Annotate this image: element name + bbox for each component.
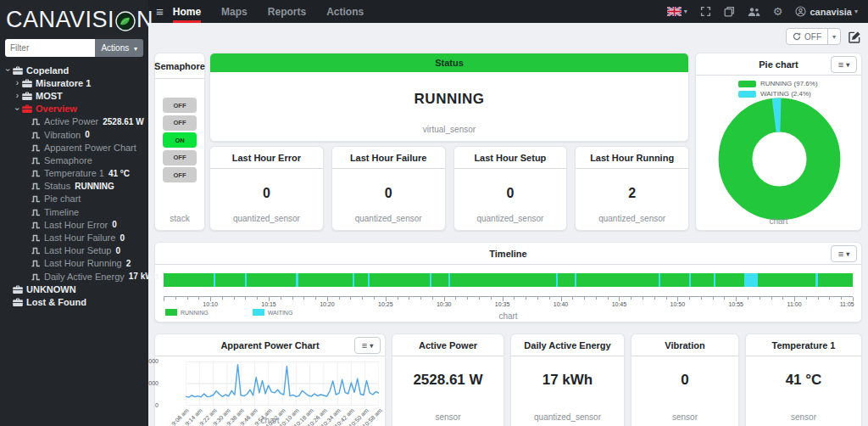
windows-layout-icon[interactable] bbox=[724, 6, 735, 17]
gear-icon[interactable]: ⚙ bbox=[773, 5, 783, 18]
tree-item-daily-active-energy[interactable]: Daily Active Energy17 kWh bbox=[0, 270, 148, 283]
tree-item-misuratore-1[interactable]: ›Misuratore 1 bbox=[0, 76, 148, 89]
tree-item-label: Last Hour Setup bbox=[44, 245, 112, 255]
tree-item-last-hour-setup[interactable]: Last Hour Setup0 bbox=[0, 244, 148, 257]
legend-swatch bbox=[738, 91, 756, 98]
apparent-power-footer: chart bbox=[155, 416, 385, 425]
pie-chart-menu-button[interactable]: ≡▾ bbox=[831, 56, 857, 73]
semaphore-light-0-off[interactable]: OFF bbox=[163, 98, 197, 113]
axis-tick bbox=[514, 297, 515, 300]
tab-maps[interactable]: Maps bbox=[221, 0, 248, 23]
pie-legend: RUNNING (97.6%)WAITING (2.4%) bbox=[738, 80, 818, 98]
counter-title: Last Hour Running bbox=[590, 153, 674, 163]
signal-icon bbox=[31, 182, 41, 190]
auto-refresh-button[interactable]: OFF ▾ bbox=[786, 28, 841, 45]
axis-tick bbox=[596, 297, 597, 300]
tab-reports[interactable]: Reports bbox=[268, 0, 306, 23]
fullscreen-icon[interactable] bbox=[700, 6, 711, 17]
sensor-value: 0 bbox=[632, 372, 738, 389]
axis-tick bbox=[281, 297, 281, 300]
timeline-footer: chart bbox=[155, 311, 861, 321]
pie-legend-item: RUNNING (97.6%) bbox=[738, 80, 818, 87]
axis-tick bbox=[303, 297, 304, 300]
legend-label: RUNNING (97.6%) bbox=[760, 80, 818, 87]
axis-tick bbox=[701, 297, 702, 300]
language-flag-button[interactable]: ▾ bbox=[667, 7, 687, 16]
semaphore-light-3-off[interactable]: OFF bbox=[163, 150, 197, 165]
tree-item-last-hour-failure[interactable]: Last Hour Failure0 bbox=[0, 231, 148, 244]
tree-item-most[interactable]: ›MOST bbox=[0, 89, 148, 102]
tree-item-unknown[interactable]: UNKNOWN bbox=[0, 283, 148, 295]
semaphore-light-1-off[interactable]: OFF bbox=[163, 115, 197, 131]
tree-item-vibration[interactable]: Vibration0 bbox=[0, 128, 148, 141]
tree-item-pie-chart[interactable]: Pie chart bbox=[0, 193, 148, 205]
axis-tick-label: 11:00 bbox=[787, 301, 802, 307]
chevron-down-icon: ▾ bbox=[134, 45, 137, 53]
counter-row: Last Hour Error 0 quantized_sensor Last … bbox=[209, 146, 689, 231]
axis-tick bbox=[257, 297, 258, 300]
axis-tick bbox=[713, 297, 714, 300]
counter-footer: quantized_sensor bbox=[332, 214, 445, 223]
sidebar-actions-button[interactable]: Actions ▾ bbox=[95, 39, 143, 57]
axis-tick bbox=[398, 297, 398, 300]
chevron-collapsed-icon[interactable]: › bbox=[13, 78, 22, 87]
tree-item-active-power[interactable]: Active Power2528.61 W bbox=[0, 115, 148, 128]
tree-item-label: Overview bbox=[36, 104, 77, 114]
sensor-title: Active Power bbox=[419, 340, 477, 350]
waiting-segment bbox=[448, 273, 450, 287]
tree-item-timeline[interactable]: Timeline bbox=[0, 205, 148, 218]
tree-item-temperature-1[interactable]: Temperature 141 °C bbox=[0, 167, 148, 180]
axis-tick bbox=[806, 297, 807, 300]
tree-item-apparent-power-chart[interactable]: Apparent Power Chart bbox=[0, 141, 148, 154]
axis-tick bbox=[608, 297, 609, 300]
sidebar-actions-label: Actions bbox=[101, 43, 129, 53]
semaphore-light-4-off[interactable]: OFF bbox=[163, 167, 197, 182]
tree-item-semaphore[interactable]: Semaphore bbox=[0, 154, 148, 166]
tree-item-overview[interactable]: ›Overview bbox=[0, 103, 148, 115]
leaf-logo-icon bbox=[115, 11, 136, 31]
tree-item-value: RUNNING bbox=[75, 182, 114, 191]
signal-icon bbox=[31, 169, 41, 177]
counter-footer: quantized_sensor bbox=[576, 214, 688, 223]
counter-value: 0 bbox=[210, 186, 323, 201]
tree-item-label: Apparent Power Chart bbox=[44, 143, 136, 153]
counter-value: 0 bbox=[454, 186, 567, 201]
tree-item-last-hour-error[interactable]: Last Hour Error0 bbox=[0, 218, 148, 231]
tree-item-label: MOST bbox=[36, 91, 63, 101]
tree-item-lost-found[interactable]: Lost & Found bbox=[0, 295, 148, 308]
axis-tick bbox=[409, 297, 409, 300]
users-icon[interactable] bbox=[748, 7, 760, 17]
tree-item-status[interactable]: StatusRUNNING bbox=[0, 180, 148, 193]
tree-item-label: Last Hour Running bbox=[44, 258, 122, 268]
axis-tick-label: 10:50 bbox=[670, 301, 686, 307]
chevron-collapsed-icon[interactable]: › bbox=[13, 91, 22, 100]
waiting-segment bbox=[245, 273, 247, 287]
filter-input[interactable] bbox=[5, 39, 95, 57]
tree-item-value: 41 °C bbox=[108, 169, 130, 178]
axis-tick bbox=[818, 297, 819, 300]
timeline-menu-button[interactable]: ≡▾ bbox=[831, 245, 857, 262]
semaphore-light-2-on[interactable]: ON bbox=[163, 132, 197, 148]
tab-actions[interactable]: Actions bbox=[326, 0, 364, 23]
axis-tick bbox=[748, 297, 748, 300]
axis-tick-label: 10:55 bbox=[728, 301, 743, 307]
pie-chart-footer: chart bbox=[696, 216, 861, 226]
refresh-dropdown-caret[interactable]: ▾ bbox=[827, 29, 840, 44]
waiting-segment bbox=[353, 273, 354, 287]
sensor-title: Vibration bbox=[665, 340, 704, 350]
semaphore-title: Semaphore bbox=[154, 61, 205, 71]
apparent-power-menu-button[interactable]: ≡▾ bbox=[354, 337, 381, 354]
tree-item-copeland[interactable]: ›Copeland bbox=[0, 64, 148, 76]
axis-tick bbox=[526, 297, 526, 300]
axis-tick-label: 11:05 bbox=[840, 301, 854, 307]
apparent-power-chart-title: Apparent Power Chart bbox=[220, 340, 319, 350]
user-menu-button[interactable]: canavisia ▾ bbox=[795, 6, 858, 17]
tab-home[interactable]: Home bbox=[173, 0, 201, 23]
chevron-expanded-icon[interactable]: › bbox=[3, 65, 13, 75]
signal-icon bbox=[31, 194, 41, 203]
edit-dashboard-icon[interactable] bbox=[849, 31, 861, 43]
tree-item-last-hour-running[interactable]: Last Hour Running2 bbox=[0, 257, 148, 270]
axis-tick bbox=[549, 297, 550, 300]
axis-tick bbox=[455, 297, 456, 300]
chevron-expanded-icon[interactable]: › bbox=[13, 104, 22, 114]
